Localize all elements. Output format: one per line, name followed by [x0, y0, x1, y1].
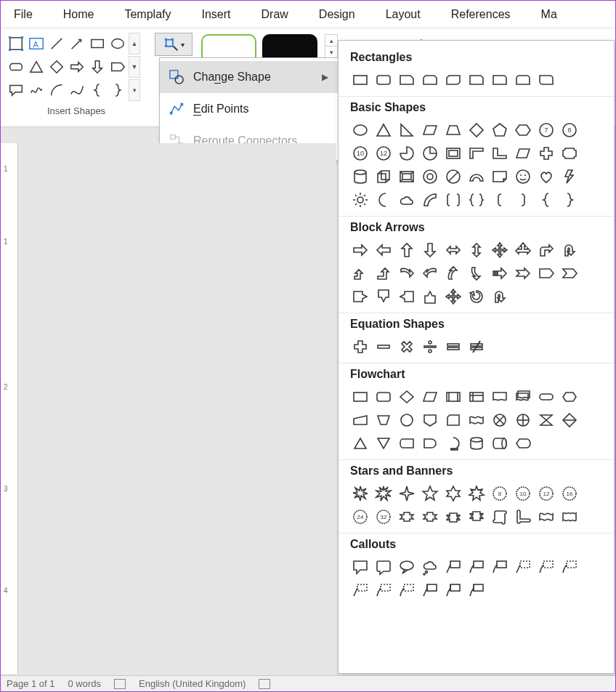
line-callout-1-border-accent-icon[interactable]: [420, 580, 440, 600]
manual-input-icon[interactable]: [350, 410, 370, 430]
minus-icon[interactable]: [373, 337, 394, 357]
merge-icon[interactable]: [373, 433, 394, 454]
quad-arrow-icon[interactable]: [490, 240, 510, 260]
shape-gallery[interactable]: A ▲ ▼ ▾: [7, 33, 146, 101]
alternate-process-icon[interactable]: [373, 387, 394, 407]
4-point-star-icon[interactable]: [397, 483, 417, 504]
down-arrow-callout-icon[interactable]: [373, 286, 394, 307]
decision-icon[interactable]: [397, 387, 417, 407]
off-page-connector-icon[interactable]: [420, 410, 440, 430]
horizontal-scroll-icon[interactable]: [513, 507, 533, 527]
frame-icon[interactable]: [443, 143, 463, 164]
connector-icon[interactable]: [397, 410, 417, 430]
32-point-star-icon[interactable]: 32: [373, 507, 394, 527]
shape-roundrect-icon[interactable]: [7, 56, 25, 78]
curved-right-arrow-icon[interactable]: [397, 263, 417, 283]
multiply-icon[interactable]: [397, 337, 417, 357]
l-shape-icon[interactable]: [490, 143, 510, 164]
vertical-scroll-icon[interactable]: [490, 507, 510, 527]
shape-textbox-selected-icon[interactable]: [7, 33, 25, 55]
line-callout-3-noborder-icon[interactable]: [397, 580, 417, 600]
8-point-star-icon[interactable]: 8: [490, 483, 510, 504]
double-bracket-icon[interactable]: [443, 190, 463, 210]
up-down-arrow-icon[interactable]: [466, 240, 487, 260]
16-point-star-icon[interactable]: 16: [559, 483, 580, 504]
chevron-icon[interactable]: [559, 263, 580, 283]
summing-junction-icon[interactable]: [490, 410, 510, 430]
up-arrow-icon[interactable]: [397, 240, 417, 260]
right-brace-icon[interactable]: [559, 190, 580, 210]
shape-oval-icon[interactable]: [108, 33, 127, 55]
line-callout-3-border-accent-icon[interactable]: [466, 580, 487, 600]
up-ribbon-icon[interactable]: [397, 507, 417, 527]
trapezoid-icon[interactable]: [443, 120, 463, 140]
wave-icon[interactable]: [536, 507, 556, 527]
curved-left-arrow-icon[interactable]: [420, 263, 440, 283]
left-up-arrow-icon[interactable]: [350, 263, 370, 283]
tab-templafy[interactable]: Templafy: [111, 4, 184, 25]
notched-right-arrow-icon[interactable]: [513, 263, 533, 283]
punched-tape-icon[interactable]: [466, 410, 487, 430]
snip-diagonal-icon[interactable]: [443, 70, 463, 90]
shape-curve-icon[interactable]: [68, 79, 86, 101]
shape-freeform-icon[interactable]: [27, 79, 46, 101]
explosion-2-icon[interactable]: [373, 483, 394, 504]
right-triangle-icon[interactable]: [397, 120, 417, 140]
shape-rightbrace-icon[interactable]: [108, 79, 127, 101]
menu-change-shape[interactable]: Change Shape ▶: [160, 61, 339, 93]
right-arrow-icon[interactable]: [350, 240, 370, 260]
left-right-up-arrow-icon[interactable]: [513, 240, 533, 260]
curved-down-arrow-icon[interactable]: [466, 263, 487, 283]
division-icon[interactable]: [420, 337, 440, 357]
display-icon[interactable]: [513, 433, 533, 454]
line-callout-2-accent-icon[interactable]: [536, 557, 556, 577]
predefined-process-icon[interactable]: [443, 387, 463, 407]
left-bracket-icon[interactable]: [490, 190, 510, 210]
spellcheck-icon[interactable]: [114, 679, 126, 689]
line-callout-2-border-accent-icon[interactable]: [443, 580, 463, 600]
shape-arrow-down-icon[interactable]: [88, 56, 107, 78]
tab-insert[interactable]: Insert: [189, 4, 244, 25]
donut-icon[interactable]: [420, 166, 440, 187]
document-area[interactable]: [18, 143, 336, 674]
heptagon-icon[interactable]: 7: [536, 120, 556, 140]
change-shape-panel[interactable]: Rectangles Basic Shapes 781012 Block Arr…: [338, 40, 615, 674]
24-point-star-icon[interactable]: 24: [350, 507, 370, 527]
hexagon-icon[interactable]: [513, 120, 533, 140]
octagon-icon[interactable]: 8: [559, 120, 580, 140]
12-point-star-icon[interactable]: 12: [536, 483, 556, 504]
rectangular-callout-icon[interactable]: [350, 557, 370, 577]
arc-icon[interactable]: [420, 190, 440, 210]
sequential-access-icon[interactable]: [443, 433, 463, 454]
sun-icon[interactable]: [350, 190, 370, 210]
snip-round-single-icon[interactable]: [466, 70, 487, 90]
oval-icon[interactable]: [350, 120, 370, 140]
shape-diamond-icon[interactable]: [47, 56, 66, 78]
left-arrow-callout-icon[interactable]: [397, 286, 417, 307]
shape-arrow-right-icon[interactable]: [68, 56, 86, 78]
left-brace-icon[interactable]: [536, 190, 556, 210]
down-arrow-icon[interactable]: [420, 240, 440, 260]
tab-design[interactable]: Design: [306, 4, 368, 25]
bevel-icon[interactable]: [397, 166, 417, 187]
line-callout-1-noborder-icon[interactable]: [350, 580, 370, 600]
pentagon-arrow-icon[interactable]: [536, 263, 556, 283]
5-point-star-icon[interactable]: [420, 483, 440, 504]
shape-leftbrace-icon[interactable]: [88, 79, 107, 101]
collate-icon[interactable]: [536, 410, 556, 430]
right-bracket-icon[interactable]: [513, 190, 533, 210]
can-icon[interactable]: [350, 166, 370, 187]
decagon-icon[interactable]: 10: [350, 143, 370, 164]
status-page[interactable]: Page 1 of 1: [7, 678, 55, 689]
shape-pentagon-icon[interactable]: [108, 56, 127, 78]
lightning-bolt-icon[interactable]: [559, 166, 580, 187]
document-icon[interactable]: [490, 387, 510, 407]
round-single-corner-icon[interactable]: [490, 70, 510, 90]
block-arc-icon[interactable]: [466, 166, 487, 187]
plus-icon[interactable]: [350, 337, 370, 357]
or-icon[interactable]: [513, 410, 533, 430]
edit-shape-button[interactable]: ▾: [155, 33, 192, 56]
rounded-rectangle-icon[interactable]: [373, 70, 394, 90]
shape-arrow-line-icon[interactable]: [68, 33, 86, 55]
shape-arc-icon[interactable]: [47, 79, 66, 101]
